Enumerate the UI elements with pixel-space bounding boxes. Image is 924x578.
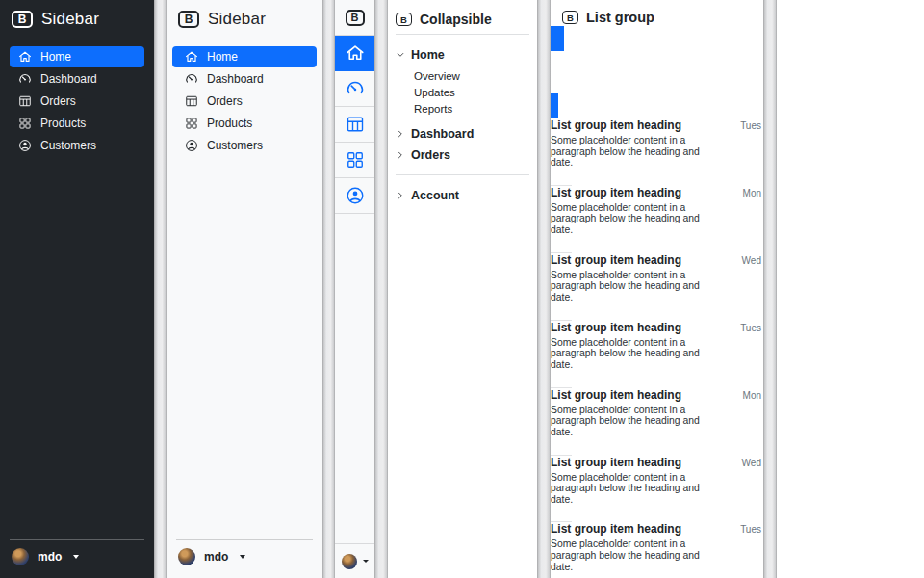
sidebar-item-label: Home — [207, 50, 238, 64]
sidebar-item-label: Dashboard — [40, 72, 97, 86]
list-item-heading: List group item heading — [551, 522, 681, 536]
list-item-body: Some placeholder content in a paragraph … — [551, 270, 707, 303]
grid-icon — [18, 117, 32, 130]
dark-sidebar: B Sidebar Home Dashboard Orders Products… — [0, 0, 154, 578]
user-menu-button[interactable]: mdo — [0, 540, 154, 578]
list-item-date: Wed — [742, 53, 763, 64]
table-icon — [185, 94, 198, 108]
list-item[interactable]: List group item headingMon Some placehol… — [551, 363, 763, 456]
icon-item-customers[interactable] — [335, 178, 374, 214]
list-item-date: Mon — [743, 390, 763, 401]
chevron-down-icon — [363, 560, 369, 563]
sidebar-item-orders[interactable]: Orders — [10, 91, 144, 112]
sidebar-item-dashboard[interactable]: Dashboard — [172, 68, 317, 90]
submenu-item-updates[interactable]: Updates — [414, 87, 455, 98]
bootstrap-logo-icon: B — [346, 10, 365, 26]
user-name: mdo — [38, 550, 62, 564]
collapse-toggle-account[interactable]: Account — [388, 186, 537, 205]
list-item[interactable]: List group item headingWed Some placehol… — [551, 26, 763, 118]
house-icon — [346, 43, 365, 63]
list-item-date: Wed — [742, 458, 763, 468]
list-item-body: Some placeholder content in a paragraph … — [551, 202, 707, 236]
list-group-title: List group — [586, 10, 654, 25]
sidebar-item-home[interactable]: Home — [10, 46, 144, 67]
submenu-item-overview[interactable]: Overview — [414, 70, 460, 82]
user-menu-button[interactable] — [335, 543, 374, 578]
dark-sidebar-title: Sidebar — [41, 10, 99, 29]
house-icon — [18, 50, 32, 64]
list-item-date: Tues — [740, 524, 763, 535]
list-item[interactable]: List group item headingTues Some placeho… — [551, 296, 763, 388]
list-item-date: Tues — [740, 323, 763, 333]
list-item-body: Some placeholder content in a paragraph … — [551, 539, 707, 572]
light-sidebar-footer: mdo — [167, 535, 322, 578]
chevron-down-icon — [396, 50, 405, 60]
list-item[interactable]: List group item headingWed Some placehol… — [551, 228, 763, 321]
list-group-brand[interactable]: B List group — [551, 0, 763, 34]
list-item[interactable]: List group item headingTues Some placeho… — [551, 93, 763, 186]
avatar — [178, 548, 195, 565]
example-divider — [322, 0, 335, 578]
chevron-down-icon — [240, 555, 245, 559]
house-icon — [185, 50, 198, 64]
icon-sidebar: B — [335, 0, 374, 578]
list-item-heading: List group item heading — [551, 118, 681, 132]
sidebar-item-orders[interactable]: Orders — [172, 91, 317, 112]
sidebar-item-label: Products — [40, 117, 86, 130]
grid-icon — [346, 150, 365, 170]
collapse-label: Dashboard — [411, 127, 474, 141]
list-item[interactable]: List group item headingMon Some placehol… — [551, 161, 763, 253]
sidebar-item-label: Dashboard — [207, 72, 264, 86]
icon-item-products[interactable] — [335, 143, 374, 178]
sidebar-item-label: Customers — [40, 139, 96, 152]
example-divider — [374, 0, 388, 578]
page-background — [777, 0, 924, 578]
sidebar-item-customers[interactable]: Customers — [172, 135, 317, 156]
dark-sidebar-nav: Home Dashboard Orders Products Customers — [0, 39, 154, 535]
example-divider — [763, 0, 777, 578]
light-sidebar-nav: Home Dashboard Orders Products Customers — [167, 39, 322, 535]
bootstrap-logo-icon: B — [12, 11, 33, 28]
sidebar-item-products[interactable]: Products — [172, 113, 317, 134]
list-item[interactable]: List group item headingTues Some placeho… — [551, 497, 763, 578]
sidebar-item-dashboard[interactable]: Dashboard — [10, 68, 144, 90]
sidebar-item-customers[interactable]: Customers — [10, 135, 144, 156]
icon-item-orders[interactable] — [335, 107, 374, 143]
collapse-toggle-home[interactable]: Home — [388, 45, 537, 65]
icon-item-dashboard[interactable] — [335, 71, 374, 107]
collapse-label: Home — [411, 48, 445, 62]
list-item-heading: List group item heading — [551, 388, 681, 402]
user-menu-button[interactable]: mdo — [167, 540, 322, 578]
collapse-toggle-dashboard[interactable]: Dashboard — [388, 124, 537, 144]
chevron-down-icon — [73, 555, 79, 559]
list-item-body: Some placeholder content in a paragraph … — [551, 135, 707, 169]
icon-item-home[interactable] — [335, 36, 374, 71]
user-name: mdo — [204, 550, 228, 564]
speedometer-icon — [18, 72, 32, 86]
list-item-heading: List group item heading — [551, 186, 681, 199]
dark-sidebar-brand[interactable]: B Sidebar — [0, 0, 154, 34]
list-item-body: Some placeholder content in a paragraph … — [551, 472, 707, 506]
person-circle-icon — [185, 139, 198, 152]
collapse-toggle-orders[interactable]: Orders — [388, 145, 537, 165]
icon-sidebar-brand[interactable]: B — [335, 0, 374, 36]
sidebar-item-products[interactable]: Products — [10, 113, 144, 134]
avatar — [342, 554, 357, 569]
grid-icon — [185, 117, 198, 130]
bootstrap-logo-icon: B — [178, 11, 199, 28]
list-item[interactable]: List group item headingWed Some placehol… — [551, 431, 763, 523]
list-item-date: Tues — [740, 120, 763, 131]
light-sidebar: B Sidebar Home Dashboard Orders Products… — [167, 0, 322, 578]
speedometer-icon — [185, 72, 198, 86]
collapse-label: Orders — [411, 148, 450, 162]
dark-sidebar-footer: mdo — [0, 535, 154, 578]
sidebar-item-label: Products — [207, 117, 252, 130]
collapsible-brand[interactable]: B Collapsible — [388, 10, 537, 34]
light-sidebar-brand[interactable]: B Sidebar — [167, 0, 322, 34]
sidebar-item-label: Orders — [40, 94, 76, 108]
submenu-item-reports[interactable]: Reports — [414, 103, 452, 115]
home-submenu: Overview Updates Reports — [388, 66, 537, 122]
list-item-body: Some placeholder content in a paragraph … — [551, 67, 707, 101]
collapsible-sidebar: B Collapsible Home Overview Updates Repo… — [388, 0, 537, 578]
sidebar-item-home[interactable]: Home — [172, 46, 317, 67]
